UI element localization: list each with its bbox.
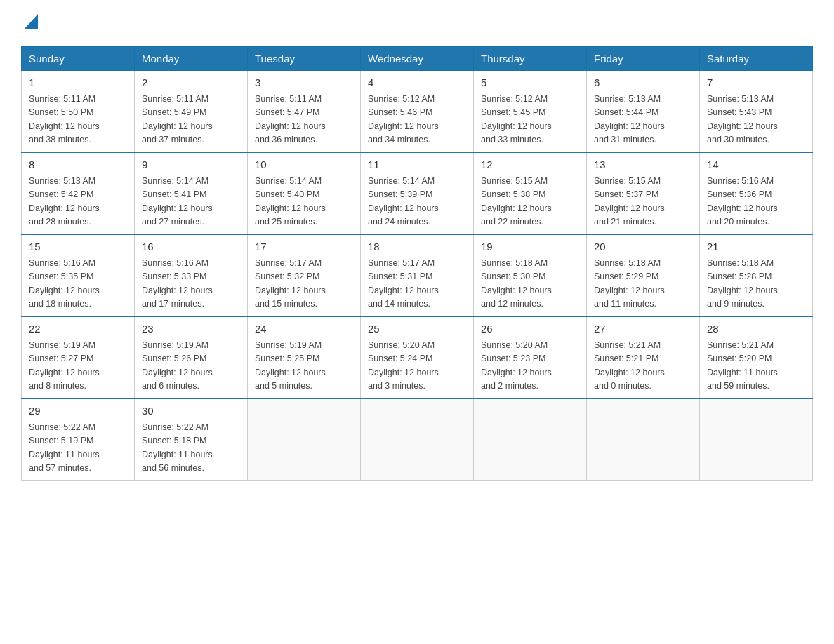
calendar-day-cell: 27Sunrise: 5:21 AMSunset: 5:21 PMDayligh… [587,316,700,398]
day-info: Sunrise: 5:19 AMSunset: 5:25 PMDaylight:… [255,339,353,394]
calendar-day-cell: 15Sunrise: 5:16 AMSunset: 5:35 PMDayligh… [22,234,135,316]
day-number: 7 [707,75,805,91]
day-info: Sunrise: 5:19 AMSunset: 5:27 PMDaylight:… [29,339,127,394]
day-number: 11 [368,157,466,173]
day-number: 24 [255,321,353,337]
day-number: 3 [255,75,353,91]
calendar-day-cell: 16Sunrise: 5:16 AMSunset: 5:33 PMDayligh… [135,234,248,316]
day-number: 2 [142,75,240,91]
weekday-header-monday: Monday [135,46,248,70]
calendar-day-cell [248,398,361,481]
calendar-day-cell [474,398,587,481]
day-info: Sunrise: 5:11 AMSunset: 5:47 PMDaylight:… [255,93,353,147]
day-info: Sunrise: 5:19 AMSunset: 5:26 PMDaylight:… [142,339,240,394]
calendar-day-cell: 8Sunrise: 5:13 AMSunset: 5:42 PMDaylight… [22,152,135,234]
day-info: Sunrise: 5:11 AMSunset: 5:49 PMDaylight:… [142,93,240,147]
day-number: 10 [255,157,353,173]
day-number: 9 [142,157,240,173]
day-number: 19 [481,239,579,255]
calendar-day-cell: 24Sunrise: 5:19 AMSunset: 5:25 PMDayligh… [248,316,361,398]
day-info: Sunrise: 5:20 AMSunset: 5:24 PMDaylight:… [368,339,466,394]
day-info: Sunrise: 5:18 AMSunset: 5:28 PMDaylight:… [707,257,805,311]
calendar-day-cell: 30Sunrise: 5:22 AMSunset: 5:18 PMDayligh… [135,398,248,481]
day-number: 4 [368,75,466,91]
day-number: 18 [368,239,466,255]
day-number: 16 [142,239,240,255]
calendar-day-cell: 1Sunrise: 5:11 AMSunset: 5:50 PMDaylight… [22,70,135,152]
weekday-header-tuesday: Tuesday [248,46,361,70]
day-info: Sunrise: 5:20 AMSunset: 5:23 PMDaylight:… [481,339,579,394]
day-number: 26 [481,321,579,337]
calendar-day-cell [700,398,813,481]
svg-marker-0 [24,14,38,29]
day-info: Sunrise: 5:21 AMSunset: 5:21 PMDaylight:… [594,339,692,394]
day-number: 12 [481,157,579,173]
calendar-week-row: 1Sunrise: 5:11 AMSunset: 5:50 PMDaylight… [22,70,813,152]
logo [21,14,38,32]
day-number: 13 [594,157,692,173]
calendar-day-cell: 14Sunrise: 5:16 AMSunset: 5:36 PMDayligh… [700,152,813,234]
day-number: 20 [594,239,692,255]
page-header [21,14,813,32]
calendar-day-cell: 12Sunrise: 5:15 AMSunset: 5:38 PMDayligh… [474,152,587,234]
calendar-day-cell: 22Sunrise: 5:19 AMSunset: 5:27 PMDayligh… [22,316,135,398]
day-number: 14 [707,157,805,173]
day-info: Sunrise: 5:16 AMSunset: 5:33 PMDaylight:… [142,257,240,311]
calendar-day-cell: 23Sunrise: 5:19 AMSunset: 5:26 PMDayligh… [135,316,248,398]
calendar-day-cell: 3Sunrise: 5:11 AMSunset: 5:47 PMDaylight… [248,70,361,152]
calendar-week-row: 22Sunrise: 5:19 AMSunset: 5:27 PMDayligh… [22,316,813,398]
weekday-header-sunday: Sunday [22,46,135,70]
calendar-day-cell: 5Sunrise: 5:12 AMSunset: 5:45 PMDaylight… [474,70,587,152]
calendar-day-cell: 19Sunrise: 5:18 AMSunset: 5:30 PMDayligh… [474,234,587,316]
logo-triangle-icon [24,14,38,29]
day-number: 23 [142,321,240,337]
calendar-day-cell: 29Sunrise: 5:22 AMSunset: 5:19 PMDayligh… [22,398,135,481]
calendar-day-cell: 21Sunrise: 5:18 AMSunset: 5:28 PMDayligh… [700,234,813,316]
day-info: Sunrise: 5:14 AMSunset: 5:41 PMDaylight:… [142,175,240,229]
calendar-day-cell: 6Sunrise: 5:13 AMSunset: 5:44 PMDaylight… [587,70,700,152]
day-number: 15 [29,239,127,255]
calendar-day-cell: 11Sunrise: 5:14 AMSunset: 5:39 PMDayligh… [361,152,474,234]
day-info: Sunrise: 5:15 AMSunset: 5:37 PMDaylight:… [594,175,692,229]
day-info: Sunrise: 5:21 AMSunset: 5:20 PMDaylight:… [707,339,805,394]
day-info: Sunrise: 5:16 AMSunset: 5:36 PMDaylight:… [707,175,805,229]
weekday-header-thursday: Thursday [474,46,587,70]
calendar-table: SundayMondayTuesdayWednesdayThursdayFrid… [21,46,813,481]
day-info: Sunrise: 5:12 AMSunset: 5:45 PMDaylight:… [481,93,579,147]
day-info: Sunrise: 5:17 AMSunset: 5:32 PMDaylight:… [255,257,353,311]
calendar-day-cell: 25Sunrise: 5:20 AMSunset: 5:24 PMDayligh… [361,316,474,398]
calendar-week-row: 8Sunrise: 5:13 AMSunset: 5:42 PMDaylight… [22,152,813,234]
day-info: Sunrise: 5:13 AMSunset: 5:42 PMDaylight:… [29,175,127,229]
day-info: Sunrise: 5:18 AMSunset: 5:30 PMDaylight:… [481,257,579,311]
day-info: Sunrise: 5:14 AMSunset: 5:40 PMDaylight:… [255,175,353,229]
day-info: Sunrise: 5:22 AMSunset: 5:19 PMDaylight:… [29,421,127,476]
day-info: Sunrise: 5:13 AMSunset: 5:44 PMDaylight:… [594,93,692,147]
day-number: 27 [594,321,692,337]
day-number: 22 [29,321,127,337]
day-number: 6 [594,75,692,91]
calendar-day-cell [361,398,474,481]
day-number: 28 [707,321,805,337]
calendar-day-cell: 28Sunrise: 5:21 AMSunset: 5:20 PMDayligh… [700,316,813,398]
day-number: 17 [255,239,353,255]
day-info: Sunrise: 5:18 AMSunset: 5:29 PMDaylight:… [594,257,692,311]
day-info: Sunrise: 5:13 AMSunset: 5:43 PMDaylight:… [707,93,805,147]
calendar-week-row: 29Sunrise: 5:22 AMSunset: 5:19 PMDayligh… [22,398,813,481]
calendar-day-cell: 18Sunrise: 5:17 AMSunset: 5:31 PMDayligh… [361,234,474,316]
day-info: Sunrise: 5:14 AMSunset: 5:39 PMDaylight:… [368,175,466,229]
day-info: Sunrise: 5:12 AMSunset: 5:46 PMDaylight:… [368,93,466,147]
day-info: Sunrise: 5:22 AMSunset: 5:18 PMDaylight:… [142,421,240,476]
calendar-day-cell: 7Sunrise: 5:13 AMSunset: 5:43 PMDaylight… [700,70,813,152]
day-number: 1 [29,75,127,91]
day-number: 30 [142,403,240,420]
calendar-day-cell: 20Sunrise: 5:18 AMSunset: 5:29 PMDayligh… [587,234,700,316]
calendar-day-cell: 10Sunrise: 5:14 AMSunset: 5:40 PMDayligh… [248,152,361,234]
day-info: Sunrise: 5:15 AMSunset: 5:38 PMDaylight:… [481,175,579,229]
calendar-day-cell: 13Sunrise: 5:15 AMSunset: 5:37 PMDayligh… [587,152,700,234]
weekday-header-row: SundayMondayTuesdayWednesdayThursdayFrid… [22,46,813,70]
day-number: 29 [29,403,127,420]
day-info: Sunrise: 5:11 AMSunset: 5:50 PMDaylight:… [29,93,127,147]
day-number: 25 [368,321,466,337]
weekday-header-wednesday: Wednesday [361,46,474,70]
calendar-week-row: 15Sunrise: 5:16 AMSunset: 5:35 PMDayligh… [22,234,813,316]
